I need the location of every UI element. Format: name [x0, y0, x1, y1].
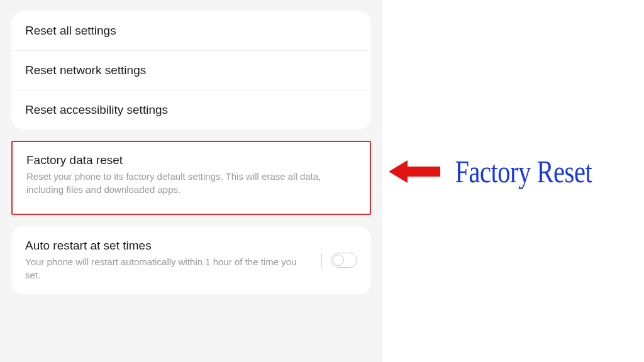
auto-restart-item[interactable]: Auto restart at set times Your phone wil…	[11, 226, 371, 294]
auto-restart-text: Auto restart at set times Your phone wil…	[25, 239, 321, 282]
auto-restart-title: Auto restart at set times	[25, 239, 309, 253]
toggle-knob	[333, 255, 344, 266]
factory-data-reset-desc: Reset your phone to its factory default …	[26, 170, 356, 196]
auto-restart-toggle[interactable]	[331, 253, 357, 268]
toggle-divider	[321, 253, 322, 268]
reset-accessibility-settings-item[interactable]: Reset accessibility settings	[11, 90, 371, 129]
reset-all-settings-item[interactable]: Reset all settings	[11, 11, 371, 51]
factory-data-reset-item[interactable]: Factory data reset Reset your phone to i…	[13, 142, 370, 214]
reset-all-settings-title: Reset all settings	[25, 24, 357, 38]
reset-network-settings-item[interactable]: Reset network settings	[11, 51, 371, 90]
reset-accessibility-settings-title: Reset accessibility settings	[25, 103, 357, 117]
auto-restart-row: Auto restart at set times Your phone wil…	[25, 239, 357, 282]
reset-options-card: Reset all settings Reset network setting…	[11, 11, 371, 129]
phone-settings-panel: Reset all settings Reset network setting…	[0, 0, 382, 362]
main-container: Reset all settings Reset network setting…	[0, 0, 644, 362]
auto-restart-desc: Your phone will restart automatically wi…	[25, 255, 309, 282]
annotation-label: Factory Reset	[455, 153, 592, 190]
toggle-wrapper	[321, 253, 357, 268]
factory-data-reset-title: Factory data reset	[26, 153, 356, 167]
auto-restart-card: Auto restart at set times Your phone wil…	[11, 226, 371, 294]
annotation-panel: Factory Reset	[382, 0, 644, 353]
factory-reset-card-highlighted: Factory data reset Reset your phone to i…	[11, 141, 371, 215]
reset-network-settings-title: Reset network settings	[25, 63, 357, 77]
arrow-left-icon	[389, 156, 440, 187]
